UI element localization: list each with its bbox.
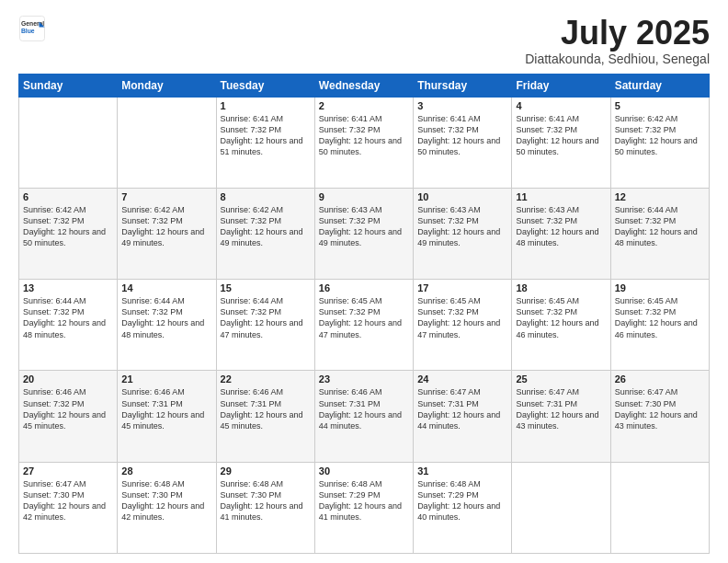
location: Diattakounda, Sedhiou, Senegal	[525, 52, 710, 66]
day-info: Sunrise: 6:46 AM Sunset: 7:31 PM Dayligh…	[319, 386, 409, 431]
day-info: Sunrise: 6:46 AM Sunset: 7:31 PM Dayligh…	[221, 386, 311, 431]
calendar-cell: 21Sunrise: 6:46 AM Sunset: 7:31 PM Dayli…	[118, 371, 216, 462]
calendar-cell: 12Sunrise: 6:44 AM Sunset: 7:32 PM Dayli…	[610, 188, 709, 279]
calendar-cell: 29Sunrise: 6:48 AM Sunset: 7:30 PM Dayli…	[216, 462, 314, 553]
day-number: 8	[221, 191, 311, 202]
day-number: 20	[23, 373, 113, 385]
day-info: Sunrise: 6:45 AM Sunset: 7:32 PM Dayligh…	[615, 295, 705, 340]
day-number: 5	[615, 100, 705, 111]
weekday-header-wednesday: Wednesday	[314, 74, 413, 97]
day-number: 13	[23, 282, 113, 293]
calendar-cell: 25Sunrise: 6:47 AM Sunset: 7:31 PM Dayli…	[512, 371, 610, 462]
day-info: Sunrise: 6:47 AM Sunset: 7:31 PM Dayligh…	[516, 386, 606, 431]
day-number: 19	[615, 282, 705, 293]
calendar-cell: 28Sunrise: 6:48 AM Sunset: 7:30 PM Dayli…	[118, 462, 216, 553]
calendar-cell: 9Sunrise: 6:43 AM Sunset: 7:32 PM Daylig…	[314, 188, 413, 279]
calendar-cell: 11Sunrise: 6:43 AM Sunset: 7:32 PM Dayli…	[512, 188, 610, 279]
calendar-cell: 16Sunrise: 6:45 AM Sunset: 7:32 PM Dayli…	[314, 280, 413, 371]
day-info: Sunrise: 6:46 AM Sunset: 7:32 PM Dayligh…	[23, 386, 113, 431]
day-number: 2	[319, 100, 409, 111]
day-number: 14	[121, 282, 211, 293]
day-number: 16	[319, 282, 409, 293]
calendar: SundayMondayTuesdayWednesdayThursdayFrid…	[18, 74, 710, 554]
day-number: 10	[417, 191, 507, 202]
day-number: 1	[221, 100, 311, 111]
calendar-cell: 3Sunrise: 6:41 AM Sunset: 7:32 PM Daylig…	[414, 97, 512, 188]
day-info: Sunrise: 6:41 AM Sunset: 7:32 PM Dayligh…	[516, 113, 606, 158]
day-number: 15	[221, 282, 311, 293]
weekday-header-monday: Monday	[118, 74, 216, 97]
day-info: Sunrise: 6:47 AM Sunset: 7:30 PM Dayligh…	[23, 478, 113, 523]
logo: General Blue	[18, 15, 46, 42]
day-number: 24	[417, 373, 507, 385]
day-info: Sunrise: 6:45 AM Sunset: 7:32 PM Dayligh…	[516, 295, 606, 340]
month-title: July 2025	[525, 15, 710, 52]
day-number: 31	[417, 465, 507, 477]
day-number: 28	[121, 465, 211, 477]
calendar-cell: 17Sunrise: 6:45 AM Sunset: 7:32 PM Dayli…	[414, 280, 512, 371]
day-info: Sunrise: 6:44 AM Sunset: 7:32 PM Dayligh…	[23, 295, 113, 340]
day-info: Sunrise: 6:42 AM Sunset: 7:32 PM Dayligh…	[121, 204, 211, 249]
calendar-cell: 23Sunrise: 6:46 AM Sunset: 7:31 PM Dayli…	[314, 371, 413, 462]
calendar-cell: 1Sunrise: 6:41 AM Sunset: 7:32 PM Daylig…	[216, 97, 314, 188]
calendar-cell: 26Sunrise: 6:47 AM Sunset: 7:30 PM Dayli…	[610, 371, 709, 462]
day-number: 7	[121, 191, 211, 202]
calendar-cell: 2Sunrise: 6:41 AM Sunset: 7:32 PM Daylig…	[314, 97, 413, 188]
day-info: Sunrise: 6:48 AM Sunset: 7:29 PM Dayligh…	[319, 478, 409, 523]
day-number: 27	[23, 465, 113, 477]
calendar-cell: 22Sunrise: 6:46 AM Sunset: 7:31 PM Dayli…	[216, 371, 314, 462]
day-info: Sunrise: 6:41 AM Sunset: 7:32 PM Dayligh…	[417, 113, 507, 158]
day-info: Sunrise: 6:43 AM Sunset: 7:32 PM Dayligh…	[417, 204, 507, 249]
day-info: Sunrise: 6:42 AM Sunset: 7:32 PM Dayligh…	[615, 113, 705, 158]
calendar-cell: 10Sunrise: 6:43 AM Sunset: 7:32 PM Dayli…	[414, 188, 512, 279]
day-number: 23	[319, 373, 409, 385]
day-number: 11	[516, 191, 606, 202]
day-number: 22	[221, 373, 311, 385]
day-info: Sunrise: 6:43 AM Sunset: 7:32 PM Dayligh…	[516, 204, 606, 249]
day-info: Sunrise: 6:42 AM Sunset: 7:32 PM Dayligh…	[23, 204, 113, 249]
calendar-cell: 8Sunrise: 6:42 AM Sunset: 7:32 PM Daylig…	[216, 188, 314, 279]
logo-icon: General Blue	[18, 15, 46, 42]
day-info: Sunrise: 6:45 AM Sunset: 7:32 PM Dayligh…	[319, 295, 409, 340]
day-number: 30	[319, 465, 409, 477]
calendar-cell	[118, 97, 216, 188]
day-info: Sunrise: 6:42 AM Sunset: 7:32 PM Dayligh…	[221, 204, 311, 249]
calendar-cell: 31Sunrise: 6:48 AM Sunset: 7:29 PM Dayli…	[414, 462, 512, 553]
weekday-header-friday: Friday	[512, 74, 610, 97]
day-number: 29	[221, 465, 311, 477]
weekday-header-sunday: Sunday	[19, 74, 118, 97]
weekday-header-thursday: Thursday	[414, 74, 512, 97]
day-number: 25	[516, 373, 606, 385]
calendar-cell	[610, 462, 709, 553]
calendar-cell: 24Sunrise: 6:47 AM Sunset: 7:31 PM Dayli…	[414, 371, 512, 462]
day-number: 6	[23, 191, 113, 202]
day-info: Sunrise: 6:43 AM Sunset: 7:32 PM Dayligh…	[319, 204, 409, 249]
day-number: 9	[319, 191, 409, 202]
calendar-cell: 6Sunrise: 6:42 AM Sunset: 7:32 PM Daylig…	[19, 188, 118, 279]
day-number: 17	[417, 282, 507, 293]
day-info: Sunrise: 6:45 AM Sunset: 7:32 PM Dayligh…	[417, 295, 507, 340]
calendar-cell: 30Sunrise: 6:48 AM Sunset: 7:29 PM Dayli…	[314, 462, 413, 553]
day-info: Sunrise: 6:46 AM Sunset: 7:31 PM Dayligh…	[121, 386, 211, 431]
title-block: July 2025 Diattakounda, Sedhiou, Senegal	[525, 15, 710, 66]
day-number: 3	[417, 100, 507, 111]
weekday-header-saturday: Saturday	[610, 74, 709, 97]
day-number: 26	[615, 373, 705, 385]
day-info: Sunrise: 6:41 AM Sunset: 7:32 PM Dayligh…	[319, 113, 409, 158]
day-info: Sunrise: 6:48 AM Sunset: 7:30 PM Dayligh…	[221, 478, 311, 523]
day-info: Sunrise: 6:48 AM Sunset: 7:29 PM Dayligh…	[417, 478, 507, 523]
calendar-cell	[512, 462, 610, 553]
day-info: Sunrise: 6:47 AM Sunset: 7:30 PM Dayligh…	[615, 386, 705, 431]
day-number: 12	[615, 191, 705, 202]
weekday-header-tuesday: Tuesday	[216, 74, 314, 97]
day-number: 18	[516, 282, 606, 293]
calendar-cell: 20Sunrise: 6:46 AM Sunset: 7:32 PM Dayli…	[19, 371, 118, 462]
day-info: Sunrise: 6:44 AM Sunset: 7:32 PM Dayligh…	[615, 204, 705, 249]
calendar-cell: 18Sunrise: 6:45 AM Sunset: 7:32 PM Dayli…	[512, 280, 610, 371]
day-number: 21	[121, 373, 211, 385]
calendar-cell: 15Sunrise: 6:44 AM Sunset: 7:32 PM Dayli…	[216, 280, 314, 371]
day-number: 4	[516, 100, 606, 111]
calendar-cell: 4Sunrise: 6:41 AM Sunset: 7:32 PM Daylig…	[512, 97, 610, 188]
day-info: Sunrise: 6:47 AM Sunset: 7:31 PM Dayligh…	[417, 386, 507, 431]
calendar-cell: 27Sunrise: 6:47 AM Sunset: 7:30 PM Dayli…	[19, 462, 118, 553]
